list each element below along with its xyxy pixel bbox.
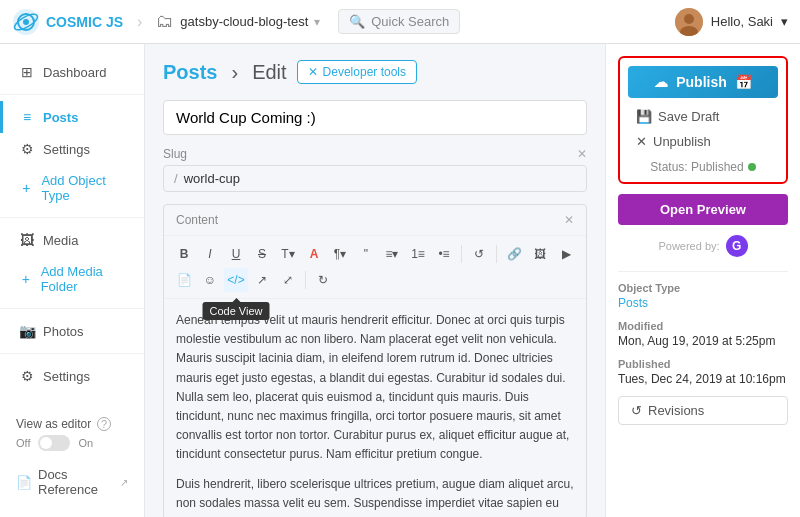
main-content: Posts › Edit ✕ Developer tools Slug ✕ / … [145,44,800,517]
ordered-list-button[interactable]: 1≡ [406,242,430,266]
link-button[interactable]: 🔗 [502,242,526,266]
user-chevron-icon: ▾ [781,14,788,29]
open-preview-button[interactable]: Open Preview [618,194,788,225]
slug-label: Slug ✕ [163,147,587,161]
published-block: Published Tues, Dec 24, 2019 at 10:16pm [618,358,788,386]
sidebar-item-settings2[interactable]: ⚙ Settings [0,360,144,392]
bold-button[interactable]: B [172,242,196,266]
powered-by-label: Powered by: [658,240,719,252]
page-edit-label: Edit [252,61,286,84]
posts-icon: ≡ [19,109,35,125]
slug-value[interactable]: world-cup [184,171,576,186]
fullscreen-button[interactable]: ⤢ [276,268,300,292]
modified-label: Modified [618,320,788,332]
content-close-icon[interactable]: ✕ [564,213,574,227]
underline-button[interactable]: U [224,242,248,266]
quick-search[interactable]: 🔍 Quick Search [338,9,460,34]
save-draft-row[interactable]: 💾 Save Draft [628,104,778,129]
user-menu[interactable]: Hello, Saki ▾ [675,8,788,36]
save-draft-icon: 💾 [636,109,652,124]
toggle-off-label: Off [16,437,30,449]
sidebar-item-label: Dashboard [43,65,107,80]
image-button[interactable]: 🖼 [528,242,552,266]
panel-divider [618,271,788,272]
sidebar-item-label: Media [43,233,78,248]
upload-icon: ☁ [654,74,668,90]
help-icon[interactable]: ? [97,417,111,431]
sidebar: ⊞ Dashboard ≡ Posts ⚙ Settings + Add Obj… [0,44,145,517]
bucket-name[interactable]: gatsby-cloud-blog-test [180,14,308,29]
undo-button[interactable]: ↺ [467,242,491,266]
modified-block: Modified Mon, Aug 19, 2019 at 5:25pm [618,320,788,348]
svg-point-5 [684,14,694,24]
status-dot [748,163,756,171]
sidebar-item-add-media[interactable]: + Add Media Folder [0,256,144,302]
modified-value: Mon, Aug 19, 2019 at 5:25pm [618,334,788,348]
sidebar-item-label: Settings [43,142,90,157]
code-view-button[interactable]: </> [224,268,248,292]
avatar [675,8,703,36]
dev-tools-icon: ✕ [308,65,318,79]
photos-icon: 📷 [19,323,35,339]
view-editor-label: View as editor [16,417,91,431]
post-title-input[interactable] [163,100,587,135]
blockquote-button[interactable]: " [354,242,378,266]
view-editor-toggle[interactable] [38,435,70,451]
align-button[interactable]: ≡▾ [380,242,404,266]
content-body[interactable]: Aenean tempus velit ut mauris hendrerit … [164,299,586,517]
settings2-icon: ⚙ [19,368,35,384]
sidebar-divider [0,94,144,95]
editor-area: Posts › Edit ✕ Developer tools Slug ✕ / … [145,44,605,517]
unpublish-row[interactable]: ✕ Unpublish [628,129,778,154]
revisions-button[interactable]: ↺ Revisions [618,396,788,425]
redo-button[interactable]: ↻ [311,268,335,292]
sidebar-item-docs[interactable]: 📄 Docs Reference ↗ [0,459,144,505]
share-button[interactable]: ↗ [250,268,274,292]
sidebar-item-photos[interactable]: 📷 Photos [0,315,144,347]
strikethrough-button[interactable]: S [250,242,274,266]
page-title: Posts [163,61,217,84]
user-label: Hello, Saki [711,14,773,29]
page-title-sep: › [231,61,238,84]
color-button[interactable]: A [302,242,326,266]
page-header: Posts › Edit ✕ Developer tools [163,60,587,84]
add-icon: + [19,180,33,196]
logo[interactable]: COSMIC JS [12,8,123,36]
publish-button[interactable]: ☁ Publish 📅 [628,66,778,98]
italic-button[interactable]: I [198,242,222,266]
bucket-chevron-icon: ▾ [314,15,320,29]
dev-tools-button[interactable]: ✕ Developer tools [297,60,417,84]
sidebar-item-label: Settings [43,369,90,384]
toolbar-sep-2 [496,245,497,263]
sidebar-divider-2 [0,217,144,218]
publish-label: Publish [676,74,727,90]
sidebar-item-dashboard[interactable]: ⊞ Dashboard [0,56,144,88]
view-editor-section: View as editor ? Off On [0,409,144,459]
sidebar-divider-3 [0,308,144,309]
text-style-button[interactable]: T▾ [276,242,300,266]
bucket-icon: 🗂 [156,11,174,32]
sidebar-item-media[interactable]: 🖼 Media [0,224,144,256]
sidebar-item-posts[interactable]: ≡ Posts [0,101,144,133]
cosmic-logo-icon [12,8,40,36]
emoji-button[interactable]: ☺ [198,268,222,292]
content-paragraph-1: Aenean tempus velit ut mauris hendrerit … [176,311,574,465]
toolbar-sep-3 [305,271,306,289]
sidebar-bottom: View as editor ? Off On 📄 Docs Reference… [0,409,144,505]
external-link-icon: ↗ [120,477,128,488]
document-button[interactable]: 📄 [172,268,196,292]
toggle-on-label: On [78,437,93,449]
sidebar-item-label: Add Media Folder [41,264,128,294]
powered-by: Powered by: G [618,235,788,257]
sidebar-item-add-object-type[interactable]: + Add Object Type [0,165,144,211]
status-row: Status: Published [628,160,778,174]
content-label: Content ✕ [164,205,586,236]
video-button[interactable]: ▶ [554,242,578,266]
sidebar-item-settings[interactable]: ⚙ Settings [0,133,144,165]
docs-icon: 📄 [16,475,32,490]
calendar-icon: 📅 [735,74,752,90]
unordered-list-button[interactable]: •≡ [432,242,456,266]
paragraph-button[interactable]: ¶▾ [328,242,352,266]
slug-close-icon[interactable]: ✕ [577,147,587,161]
save-draft-label: Save Draft [658,109,719,124]
